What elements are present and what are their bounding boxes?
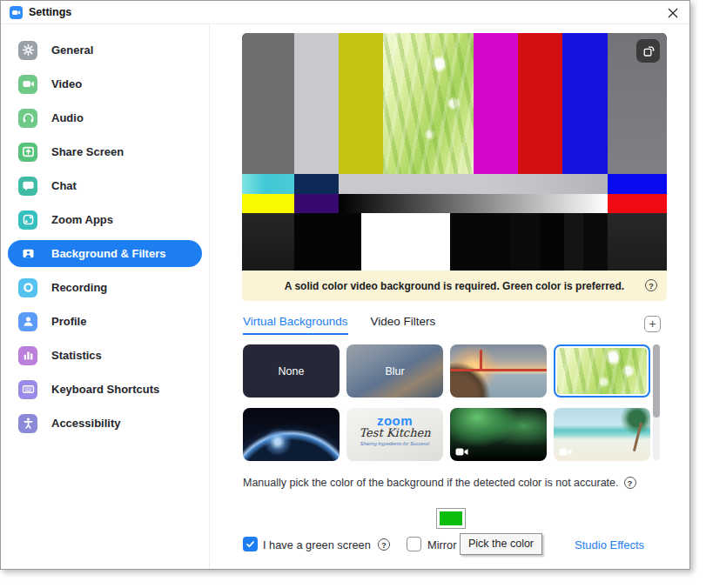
background-color-swatch[interactable] bbox=[436, 508, 466, 529]
instruction-text: Manually pick the color of the backgroun… bbox=[243, 477, 619, 489]
zoom-apps-icon bbox=[18, 210, 37, 230]
keyboard-icon bbox=[18, 380, 37, 399]
background-thumb-blur[interactable]: Blur bbox=[346, 344, 443, 398]
profile-icon bbox=[18, 312, 37, 331]
headphones-icon bbox=[18, 109, 37, 128]
kitchen-logo-zoom: zoom bbox=[346, 416, 443, 426]
window-title: Settings bbox=[29, 6, 71, 18]
kitchen-logo-test-kitchen: Test Kitchen bbox=[346, 426, 443, 439]
instruction-help-icon[interactable]: ? bbox=[624, 477, 636, 489]
video-camera-icon bbox=[11, 8, 21, 17]
kitchen-tagline: Sharing Ingredients for Success! bbox=[346, 441, 443, 446]
share-screen-icon bbox=[18, 143, 37, 162]
video-badge-icon bbox=[455, 447, 468, 457]
banner-help-icon[interactable]: ? bbox=[645, 279, 657, 291]
sidebar-item-label: Keyboard Shortcuts bbox=[51, 383, 159, 396]
green-screen-checkbox[interactable] bbox=[243, 537, 258, 551]
options-row: I have a green screen ? Mirror my video … bbox=[243, 537, 644, 554]
manual-color-instruction: Manually pick the color of the backgroun… bbox=[243, 477, 667, 489]
preview-color-bars-top bbox=[242, 33, 667, 174]
chat-bubble-icon bbox=[18, 177, 37, 196]
studio-effects-link[interactable]: Studio Effects bbox=[575, 538, 644, 551]
pick-color-tooltip: Pick the color bbox=[460, 533, 542, 555]
background-thumb-none[interactable]: None bbox=[243, 344, 340, 398]
background-tabs: Virtual Backgrounds Video Filters bbox=[243, 315, 435, 335]
preview-color-bars-mid1 bbox=[242, 174, 667, 194]
camera-preview-card: A solid color video background is requir… bbox=[242, 33, 667, 301]
rotate-icon bbox=[642, 44, 656, 58]
sidebar-item-audio[interactable]: Audio bbox=[8, 104, 202, 131]
scrollbar-thumb[interactable] bbox=[653, 344, 660, 418]
check-icon bbox=[245, 539, 255, 549]
sidebar-item-label: Chat bbox=[51, 179, 77, 192]
sidebar-item-label: Recording bbox=[51, 281, 107, 294]
background-filters-icon bbox=[18, 244, 37, 264]
banner-text: A solid color video background is requir… bbox=[285, 280, 624, 292]
sidebar-item-video[interactable]: Video bbox=[8, 70, 202, 97]
close-icon bbox=[668, 8, 678, 18]
green-screen-label: I have a green screen bbox=[263, 538, 371, 551]
close-button[interactable] bbox=[664, 4, 682, 22]
background-thumb-green-grass[interactable] bbox=[554, 344, 650, 398]
add-background-button[interactable]: + bbox=[644, 316, 661, 332]
sidebar: General Video Audio bbox=[1, 25, 210, 569]
sidebar-item-label: General bbox=[51, 43, 93, 57]
sidebar-nav: General Video Audio bbox=[8, 37, 202, 437]
accessibility-icon bbox=[18, 414, 37, 433]
sidebar-item-label: Share Screen bbox=[51, 145, 124, 158]
green-screen-banner: A solid color video background is requir… bbox=[242, 271, 667, 301]
sidebar-item-profile[interactable]: Profile bbox=[8, 308, 202, 335]
sidebar-item-chat[interactable]: Chat bbox=[8, 172, 202, 199]
sidebar-item-label: Video bbox=[51, 77, 82, 90]
thumbnails-scrollbar[interactable] bbox=[653, 344, 660, 460]
preview-color-bars-bottom bbox=[242, 213, 667, 271]
desktop: Settings General Video bbox=[0, 0, 706, 588]
green-screen-help-icon[interactable]: ? bbox=[378, 538, 390, 551]
zoom-app-icon bbox=[10, 6, 23, 19]
sidebar-item-label: Audio bbox=[51, 111, 84, 124]
record-icon bbox=[18, 278, 37, 297]
virtual-background-keyed-region bbox=[383, 33, 474, 174]
sidebar-item-recording[interactable]: Recording bbox=[8, 274, 202, 301]
sidebar-item-label: Statistics bbox=[51, 349, 102, 362]
sidebar-item-zoom-apps[interactable]: Zoom Apps bbox=[8, 206, 202, 233]
video-badge-icon bbox=[559, 447, 572, 457]
rotate-preview-button[interactable] bbox=[636, 39, 660, 63]
thumb-label: Blur bbox=[346, 344, 443, 398]
sidebar-item-label: Profile bbox=[51, 315, 86, 328]
title-bar[interactable]: Settings bbox=[1, 1, 689, 24]
tab-video-filters[interactable]: Video Filters bbox=[371, 315, 436, 335]
background-thumb-tropical-beach[interactable] bbox=[554, 408, 650, 461]
mirror-video-checkbox[interactable] bbox=[407, 537, 421, 551]
settings-window: Settings General Video bbox=[0, 0, 690, 570]
sidebar-item-share-screen[interactable]: Share Screen bbox=[8, 138, 202, 165]
background-thumb-earth-from-space[interactable] bbox=[243, 408, 340, 461]
preview-color-bars-mid2 bbox=[242, 194, 667, 213]
color-chip bbox=[440, 511, 462, 525]
sidebar-item-label: Accessibility bbox=[51, 417, 121, 430]
tab-virtual-backgrounds[interactable]: Virtual Backgrounds bbox=[243, 315, 348, 335]
background-thumb-northern-lights[interactable] bbox=[450, 408, 547, 461]
sidebar-item-label: Zoom Apps bbox=[51, 213, 113, 226]
statistics-icon bbox=[18, 346, 37, 365]
background-thumb-zoom-test-kitchen[interactable]: zoom Test Kitchen Sharing Ingredients fo… bbox=[346, 408, 443, 461]
sidebar-item-statistics[interactable]: Statistics bbox=[8, 342, 202, 369]
gear-icon bbox=[18, 41, 37, 60]
sidebar-item-background-filters[interactable]: Background & Filters bbox=[8, 240, 202, 267]
thumb-label: None bbox=[243, 344, 340, 398]
video-camera-icon bbox=[18, 75, 37, 94]
sidebar-item-accessibility[interactable]: Accessibility bbox=[8, 410, 202, 437]
sidebar-item-label: Background & Filters bbox=[51, 247, 165, 260]
sidebar-item-keyboard-shortcuts[interactable]: Keyboard Shortcuts bbox=[8, 376, 202, 403]
camera-preview bbox=[242, 33, 667, 271]
background-thumb-golden-gate-bridge[interactable] bbox=[450, 344, 547, 398]
sidebar-item-general[interactable]: General bbox=[8, 37, 202, 63]
